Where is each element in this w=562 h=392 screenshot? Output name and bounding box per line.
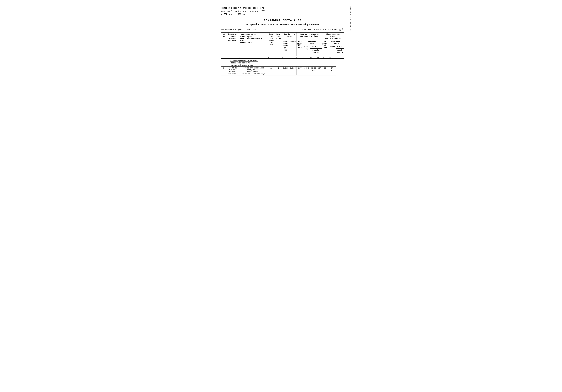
th-total-cost-group: Общая сметная стои-мость в рублях	[322, 32, 344, 40]
th-mount-cost-group: Монтажныхработ	[304, 40, 322, 45]
title-sub: на приобретение и монтаж технологическог…	[221, 23, 344, 26]
main-table: №№пп Наимено-ваниеукрупн.показат. Наимен…	[221, 32, 344, 75]
th-weight-total: Общий	[289, 40, 296, 56]
row-unit: шт	[268, 66, 275, 75]
row-weight-unit: 0,I05	[282, 66, 289, 75]
col-n11: II	[317, 56, 322, 59]
row-total-wage: I70,2	[329, 66, 336, 75]
th-mount-wage-group: В т.ч.	[310, 45, 322, 48]
col-n7: 7	[289, 56, 296, 59]
header-block: Типовой проект тепловозо-вагонного депо …	[221, 6, 344, 16]
th-wage-label: зараб.плата	[310, 48, 322, 54]
col-n5: 5	[275, 56, 282, 59]
col-n9: 9	[304, 56, 310, 59]
th-weight-unit: Еди-ницыизмере-ния	[282, 40, 289, 56]
th-total-mount-wage-group: В т.ч.	[336, 45, 344, 48]
col-n13: I3	[329, 56, 336, 59]
row-codes: 29-04-I6п.5-097II-2200ОЧ-5I"б"	[226, 66, 239, 75]
th-unit-cost-group: Сметная стоимостьединицы в рублях	[296, 32, 322, 40]
row-desc: Стенд для испытанияфорсунок АI06830x700x…	[239, 66, 268, 75]
row-num: I	[221, 66, 226, 75]
col-n2: 2	[226, 56, 239, 59]
th-name: Наимено-ваниеукрупн.показат.	[226, 32, 239, 56]
th-total-wage-label: зараб.плата	[336, 48, 344, 54]
th-num: №№пп	[221, 32, 226, 56]
th-unit: Еди-ни-цаизме-ре-ния	[268, 32, 275, 56]
col-n12: I2	[322, 56, 329, 59]
meta-row: Составлена в ценах 1969 года Сметная сто…	[221, 28, 344, 31]
th-mount-total: Все-го	[304, 45, 310, 56]
th-empty1	[310, 55, 322, 56]
header-row-1: №№пп Наимено-ваниеукрупн.показат. Наимен…	[221, 32, 344, 40]
table-row: I 29-04-I6п.5-097II-2200ОЧ-5I"б" Стенд д…	[221, 66, 344, 75]
row-total-equip: 387	[317, 66, 322, 75]
meta-left: Составлена в ценах 1969 года	[221, 28, 257, 31]
col-n3: 3	[239, 56, 268, 59]
row-mount-total: 8I,2	[304, 66, 310, 75]
col-n8: 8	[296, 56, 304, 59]
section-subtitle: топливной аппаратуры	[231, 64, 253, 66]
header-line2: депо на I стойло для тепловозов ТГМ	[221, 10, 344, 13]
section-header-row: I. Оборудование и монтаж. Отделение ремо…	[221, 59, 344, 67]
col-n10: I0	[310, 56, 317, 59]
col-n1: I	[221, 56, 226, 59]
side-text: Ш 101-819 / 1 ш 999	[349, 6, 352, 30]
th-weight-group: Вес Бруттонетто	[282, 32, 296, 40]
th-total-mount-group: Монтажных работ	[329, 40, 344, 45]
col-n6: 6	[282, 56, 289, 59]
section-title: I. Оборудование и монтаж.	[230, 60, 258, 62]
row-equip-cost: 387	[296, 66, 304, 75]
column-numbers-row: I 2 3 4 5 6 7 8 9 I0 II I2 I3	[221, 56, 344, 59]
meta-right: Сметная стоимость – 6,59 тыс.руб.	[303, 28, 344, 31]
th-equip-cost: Обо-рудо-ва-ния	[296, 40, 304, 56]
th-spacer2	[336, 54, 344, 55]
col-n4: 4	[268, 56, 275, 59]
th-desc: Наименование и характерис-тика оборудова…	[239, 32, 268, 56]
section-header-cell: I. Оборудование и монтаж. Отделение ремо…	[221, 59, 336, 67]
row-qty: I	[275, 66, 282, 75]
row-mount-wage: I6,580,2	[310, 66, 317, 75]
header-line3: и ТГК колеи 1520 мм	[221, 13, 344, 16]
th-empty2	[336, 55, 344, 56]
row-total-mount: 3I	[322, 66, 329, 75]
th-total-equip: Обо-рудо-ва-ния	[322, 40, 329, 56]
row-weight-total: 0,I05	[289, 66, 296, 75]
th-spacer1	[310, 54, 322, 55]
th-total-mount-total: Всего	[329, 45, 336, 56]
th-qty: Коли-че-ство	[275, 32, 282, 56]
title-main: ЛОКАЛЬНАЯ СМЕТА № 27	[221, 19, 344, 22]
header-line1: Типовой проект тепловозо-вагонного	[221, 6, 344, 10]
